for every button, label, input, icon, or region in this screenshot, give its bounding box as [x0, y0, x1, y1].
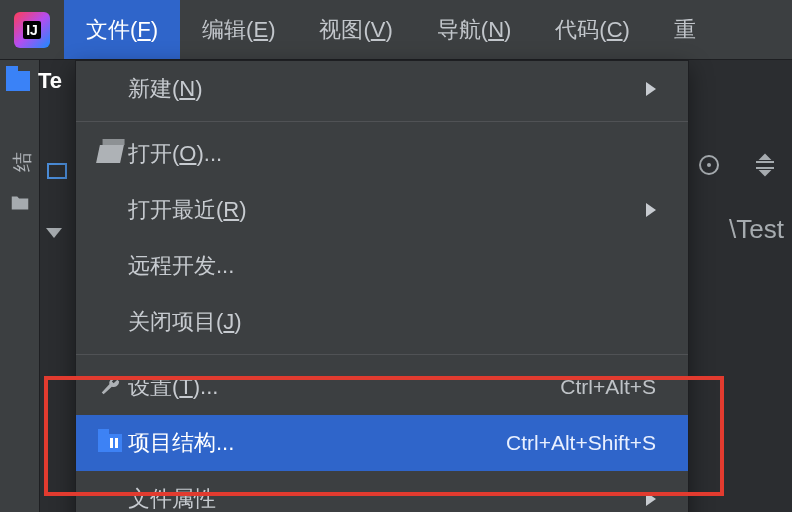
app-icon: IJ [0, 12, 64, 48]
menuitem-shortcut: Ctrl+Alt+S [560, 375, 656, 399]
chevron-right-icon [646, 492, 656, 506]
project-folder-icon [6, 71, 30, 91]
menuitem-file-properties[interactable]: 文件属性 [76, 471, 688, 512]
menu-label: 重 [674, 15, 696, 45]
menu-label: 编辑(E) [202, 15, 275, 45]
menuitem-label: 远程开发... [128, 251, 656, 281]
menuitem-label: 文件属性 [128, 484, 646, 512]
project-structure-icon [92, 434, 128, 452]
menuitem-label: 设置(T)... [128, 372, 560, 402]
open-folder-icon [92, 145, 128, 163]
menuitem-new[interactable]: 新建(N) [76, 61, 688, 117]
toolstrip-label-icon[interactable]: 结 [9, 150, 31, 172]
menuitem-label: 项目结构... [128, 428, 506, 458]
menu-separator [76, 354, 688, 355]
project-tree [46, 160, 68, 238]
menuitem-settings[interactable]: 设置(T)... Ctrl+Alt+S [76, 359, 688, 415]
module-icon [46, 160, 68, 182]
menuitem-label: 打开(O)... [128, 139, 656, 169]
chevron-right-icon [646, 82, 656, 96]
tree-expand[interactable] [46, 228, 68, 238]
chevron-right-icon [646, 203, 656, 217]
menuitem-close-project[interactable]: 关闭项目(J) [76, 294, 688, 350]
project-name: Te [38, 68, 62, 94]
menu-view[interactable]: 视图(V) [297, 0, 414, 59]
menu-label: 视图(V) [319, 15, 392, 45]
left-toolstrip: 结 [0, 60, 40, 512]
menuitem-open-recent[interactable]: 打开最近(R) [76, 182, 688, 238]
menu-navigate[interactable]: 导航(N) [415, 0, 534, 59]
menu-edit[interactable]: 编辑(E) [180, 0, 297, 59]
wrench-icon [92, 376, 128, 398]
menu-separator [76, 121, 688, 122]
editor-breadcrumb[interactable]: \Test [729, 214, 784, 245]
project-bar[interactable]: Te [6, 68, 62, 94]
tree-row[interactable] [46, 160, 68, 182]
menuitem-label: 新建(N) [128, 74, 646, 104]
menuitem-remote-dev[interactable]: 远程开发... [76, 238, 688, 294]
menuitem-project-structure[interactable]: 项目结构... Ctrl+Alt+Shift+S [76, 415, 688, 471]
menu-file[interactable]: 文件(F) [64, 0, 180, 59]
target-icon[interactable] [696, 152, 722, 178]
menuitem-label: 关闭项目(J) [128, 307, 656, 337]
menu-label: 文件(F) [86, 15, 158, 45]
expand-all-icon[interactable] [752, 152, 778, 178]
menu-label: 导航(N) [437, 15, 512, 45]
editor-toolbar [696, 152, 778, 178]
folder-tool-icon[interactable] [9, 192, 31, 214]
svg-rect-0 [48, 164, 66, 178]
svg-point-2 [707, 163, 711, 167]
caret-down-icon [46, 228, 62, 238]
menu-label: 代码(C) [555, 15, 630, 45]
menu-refactor-partial[interactable]: 重 [652, 0, 718, 59]
menuitem-shortcut: Ctrl+Alt+Shift+S [506, 431, 656, 455]
main-menubar: IJ 文件(F) 编辑(E) 视图(V) 导航(N) 代码(C) 重 [0, 0, 792, 60]
menu-code[interactable]: 代码(C) [533, 0, 652, 59]
file-menu-dropdown: 新建(N) 打开(O)... 打开最近(R) 远程开发... 关闭项目(J) 设… [75, 60, 689, 512]
menuitem-open[interactable]: 打开(O)... [76, 126, 688, 182]
menuitem-label: 打开最近(R) [128, 195, 646, 225]
